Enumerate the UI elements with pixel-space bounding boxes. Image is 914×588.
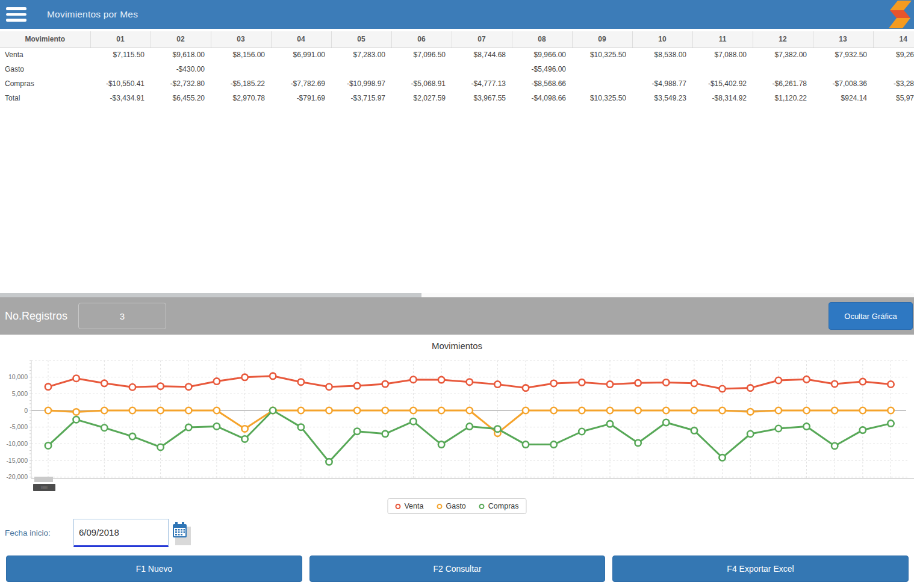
column-header: 02 [151,31,211,48]
table-cell: $7,115.50 [90,48,151,62]
table-cell [692,62,753,76]
fecha-inicio-input[interactable] [73,519,169,547]
data-point-compras [860,427,866,433]
data-point-gasto [523,407,529,413]
row-label: Compras [0,76,90,91]
data-point-venta [298,379,304,385]
data-point-gasto [860,407,866,413]
data-point-compras [523,441,529,447]
x-axis-label-badge: |||||||||| [33,484,55,491]
table-row: Total-$3,434.91$6,455.20$2,970.78-$791.6… [0,91,914,105]
y-axis-tick-label: 5,000 [12,390,28,397]
column-header: 12 [753,31,813,48]
app-header: Movimientos por Mes [0,0,914,29]
table-cell: -$3,715.97 [331,91,391,105]
column-header: 06 [391,31,452,48]
data-point-compras [888,420,894,426]
table-header-row: Movimiento0102030405060708091011121314 [0,31,914,48]
data-point-compras [214,423,220,429]
data-point-compras [467,423,473,429]
legend-label: Gasto [446,502,465,510]
registros-count-input[interactable] [78,303,166,329]
data-point-gasto [214,407,220,413]
table-cell [452,62,512,76]
menu-icon[interactable] [6,7,26,22]
data-point-venta [101,380,107,386]
data-point-venta [860,379,866,385]
data-point-venta [438,377,444,383]
data-point-compras [270,407,276,413]
table-cell [813,62,873,76]
data-point-venta [129,384,135,390]
table-cell: $2,027.59 [391,91,452,105]
data-point-gasto [326,407,332,413]
calendar-icon [172,522,187,538]
column-header: 05 [331,31,391,48]
data-point-venta [382,381,388,387]
toggle-chart-button[interactable]: Ocultar Gráfica [829,302,913,330]
data-point-gasto [832,407,838,413]
legend-item-compras[interactable]: Compras [479,502,519,510]
table-cell: -$5,185.22 [211,76,271,91]
data-point-compras [45,442,51,448]
column-header: 09 [572,31,632,48]
column-header: 08 [512,31,572,48]
page-title: Movimientos por Mes [47,0,138,29]
data-point-gasto [101,407,107,413]
data-point-gasto [45,407,51,413]
table-cell: -$6,261.78 [753,76,813,91]
table-cell: $5,97 [873,91,914,105]
legend-item-venta[interactable]: Venta [395,502,423,510]
data-point-compras [551,441,557,447]
f2-consultar-button[interactable]: F2 Consultar [309,556,605,582]
data-point-compras [663,419,669,426]
scrollbar-thumb[interactable] [0,293,421,297]
data-point-venta [326,384,332,390]
table-cell: $7,283.00 [331,48,391,62]
table-cell [391,62,452,76]
table-cell: $3,967.55 [452,91,512,105]
app-logo-icon [888,1,913,28]
app-window: Movimientos por Mes Movimiento0102030405… [0,0,914,588]
data-point-gasto [467,407,473,413]
legend-item-gasto[interactable]: Gasto [437,502,465,510]
table-row: Gasto-$430.00-$5,496.00 [0,62,914,76]
table-cell: -$430.00 [151,62,211,76]
legend-ring-icon [395,504,400,509]
f1-nuevo-button[interactable]: F1 Nuevo [6,556,302,582]
data-point-venta [663,379,669,385]
data-point-compras [241,436,247,442]
column-header: 04 [271,31,331,48]
data-point-venta [747,385,753,391]
table-cell: $3,549.23 [632,91,692,105]
calendar-button[interactable] [172,522,191,546]
table-cell: $2,970.78 [211,91,271,105]
data-point-compras [101,425,107,431]
data-point-gasto [157,407,163,413]
table-cell: -$10,550.41 [90,76,151,91]
y-axis-tick-label: -5,000 [10,423,28,430]
data-point-venta [888,381,894,387]
data-point-venta [607,381,613,387]
chart-scrollbar-thumb[interactable] [34,477,53,482]
data-point-compras [803,423,809,429]
table-cell: $7,932.50 [813,48,873,62]
data-point-gasto [129,407,135,413]
table-cell: -$4,777.13 [452,76,512,91]
f4-exportar-excel-button[interactable]: F4 Exportar Excel [612,556,909,582]
chart-legend: VentaGastoCompras [387,498,526,514]
horizontal-scrollbar[interactable] [0,293,914,297]
fecha-inicio-label: Fecha inicio: [5,528,51,537]
table-cell: $8,744.68 [452,48,512,62]
data-point-gasto [410,407,416,413]
data-point-gasto [241,426,247,432]
table-row: Venta$7,115.50$9,618.00$8,156.00$6,991.0… [0,48,914,62]
table-cell [572,62,632,76]
data-point-venta [803,376,809,382]
y-axis-tick-label: 10,000 [8,373,28,380]
data-point-compras [776,426,782,432]
data-point-venta [691,380,697,386]
data-point-venta [241,374,247,380]
table-cell: $7,088.00 [692,48,753,62]
row-label: Gasto [0,62,90,76]
